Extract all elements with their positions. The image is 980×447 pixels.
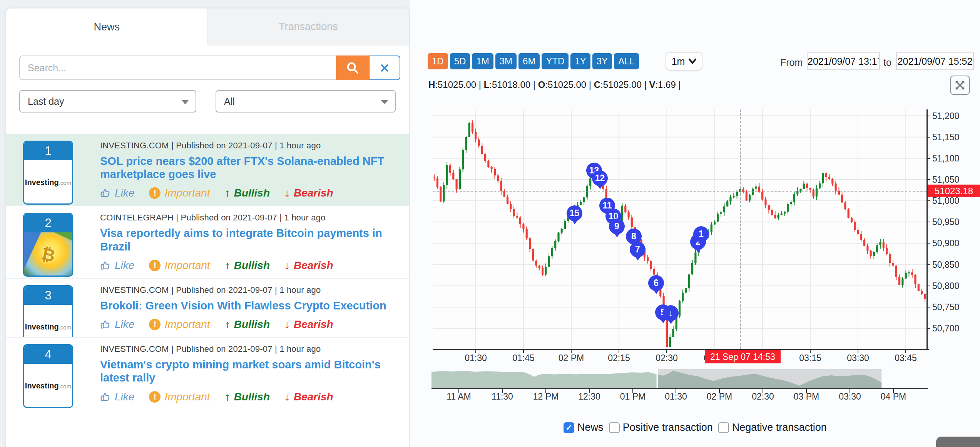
news-marker-pin[interactable]: 15	[567, 205, 582, 221]
arrow-up-icon: ↑	[224, 318, 231, 331]
bearish-button[interactable]: ↓ Bearish	[284, 391, 333, 403]
like-button[interactable]: Like	[100, 318, 134, 331]
tab-bar: News Transactions	[6, 8, 409, 45]
range-button-3m[interactable]: 3M	[495, 53, 517, 69]
y-tick-label: 50,800	[932, 281, 975, 291]
toggle-label: Negative transaction	[732, 422, 827, 434]
range-button-6m[interactable]: 6M	[518, 53, 540, 69]
toggle-positive-transaction[interactable]: Positive transaction	[609, 422, 713, 434]
category-select[interactable]: All	[216, 90, 396, 113]
news-thumbnail: 2 ₿	[23, 213, 73, 277]
search-row: ×	[19, 55, 400, 80]
important-button[interactable]: ! Important	[149, 187, 210, 199]
x-tick	[475, 349, 476, 353]
y-tick-label: 50,700	[932, 323, 975, 334]
range-navigator[interactable]	[431, 369, 926, 388]
news-marker-pin[interactable]: 12	[592, 170, 608, 186]
like-button[interactable]: Like	[100, 259, 134, 272]
bullish-button[interactable]: ↑ Bullish	[225, 187, 270, 199]
x-tick	[619, 349, 619, 353]
bullish-button[interactable]: ↑ Bullish	[225, 318, 270, 331]
y-tick	[926, 200, 930, 201]
filter-row: Last day All	[19, 90, 396, 113]
news-rank-badge: 1	[24, 142, 72, 160]
interval-select[interactable]: 1m	[666, 52, 702, 70]
news-meta: INVESTING.COM | Published on 2021-09-07 …	[100, 285, 408, 295]
from-date-input[interactable]	[807, 52, 880, 70]
range-button-5d[interactable]: 5D	[450, 53, 470, 69]
tab-transactions[interactable]: Transactions	[207, 8, 409, 45]
toggle-label: News	[577, 422, 604, 434]
toggle-news[interactable]: ✓News	[564, 422, 604, 434]
search-input[interactable]	[19, 55, 336, 80]
news-thumbnail: 4 Investing.com	[23, 344, 73, 408]
x-tick-label: 03:30	[835, 353, 881, 363]
navigator-tick-label: 01 PM	[610, 392, 656, 402]
news-item[interactable]: 1 Investing.com INVESTING.COM | Publishe…	[6, 134, 409, 206]
arrow-down-icon: ↓	[284, 259, 291, 272]
range-button-1m[interactable]: 1M	[472, 53, 493, 69]
candlestick-chart[interactable]	[433, 109, 926, 349]
y-tick	[926, 328, 930, 329]
news-source-logo: Investing.com	[24, 160, 72, 205]
bearish-button[interactable]: ↓ Bearish	[284, 187, 333, 199]
important-button[interactable]: ! Important	[149, 318, 210, 331]
navigator-tick-label: 04 PM	[870, 392, 916, 402]
x-tick-label: 01:30	[453, 353, 499, 363]
news-title[interactable]: SOL price nears $200 after FTX's Solana-…	[100, 155, 408, 181]
news-marker-pin[interactable]: 6	[648, 275, 664, 291]
news-card: News Transactions × Last day All	[6, 8, 409, 447]
news-item[interactable]: 2 ₿ COINTELEGRAPH | Published on 2021-09…	[6, 206, 409, 278]
news-thumbnail: 1 Investing.com	[23, 141, 73, 205]
x-tick	[571, 349, 572, 353]
unchecked-checkbox-icon	[718, 422, 729, 433]
arrow-down-icon: ↓	[284, 391, 291, 403]
bearish-button[interactable]: ↓ Bearish	[284, 259, 333, 272]
important-button[interactable]: ! Important	[149, 259, 210, 272]
toggle-negative-transaction[interactable]: Negative transaction	[718, 422, 827, 434]
bearish-button[interactable]: ↓ Bearish	[284, 318, 333, 331]
thumb-up-icon	[100, 260, 111, 271]
to-date-input[interactable]	[896, 52, 974, 70]
like-button[interactable]: Like	[100, 391, 134, 403]
news-list: 1 Investing.com INVESTING.COM | Publishe…	[6, 134, 409, 447]
important-icon: !	[149, 391, 161, 403]
chevron-down-icon	[381, 100, 388, 104]
news-marker-pin[interactable]: ↓	[663, 305, 679, 321]
news-marker-pin[interactable]: 1	[693, 226, 709, 242]
range-button-3y[interactable]: 3Y	[592, 53, 612, 69]
range-button-1y[interactable]: 1Y	[570, 53, 590, 69]
news-title[interactable]: Brokoli: Green Vision With Flawless Cryp…	[100, 299, 408, 312]
news-item[interactable]: 3 Investing.com INVESTING.COM | Publishe…	[6, 278, 409, 337]
important-button[interactable]: ! Important	[149, 391, 210, 403]
arrow-up-icon: ↑	[224, 187, 231, 199]
range-button-ytd[interactable]: YTD	[542, 53, 569, 69]
navigator-tick-label: 03:30	[827, 392, 873, 402]
range-button-1d[interactable]: 1D	[428, 53, 448, 69]
y-tick-label: 51,200	[932, 111, 975, 121]
news-marker-pin[interactable]: 9	[609, 218, 625, 234]
bullish-button[interactable]: ↑ Bullish	[225, 259, 270, 272]
bullish-button[interactable]: ↑ Bullish	[225, 391, 270, 403]
y-tick	[926, 264, 930, 265]
date-range-select[interactable]: Last day	[19, 90, 196, 113]
news-marker-pin[interactable]: 7	[630, 242, 646, 257]
clear-search-button[interactable]: ×	[369, 55, 400, 80]
app-root: News Transactions × Last day All	[0, 0, 980, 447]
x-tick	[666, 349, 667, 353]
news-item[interactable]: 4 Investing.com INVESTING.COM | Publishe…	[6, 337, 409, 409]
news-title[interactable]: Vietnam's crypto mining market soars ami…	[100, 358, 408, 384]
crosshair-time-tag: 21 Sep 07 14:53	[705, 350, 781, 363]
crosshair-horizontal	[433, 191, 926, 192]
news-actions: Like ! Important ↑ Bullish ↓ Bearish	[100, 318, 408, 331]
news-title[interactable]: Visa reportedly aims to integrate Bitcoi…	[100, 227, 408, 253]
ohlc-readout: H:51025.00 | L:51018.00 | O:51025.00 | C…	[428, 79, 681, 90]
search-button[interactable]	[336, 55, 369, 80]
expand-arrows-icon	[954, 79, 966, 91]
like-button[interactable]: Like	[100, 187, 134, 199]
y-tick	[926, 243, 930, 244]
range-button-all[interactable]: ALL	[614, 53, 639, 69]
thumb-up-icon	[100, 319, 111, 330]
tab-news[interactable]: News	[6, 8, 207, 45]
fullscreen-button[interactable]	[950, 76, 970, 95]
